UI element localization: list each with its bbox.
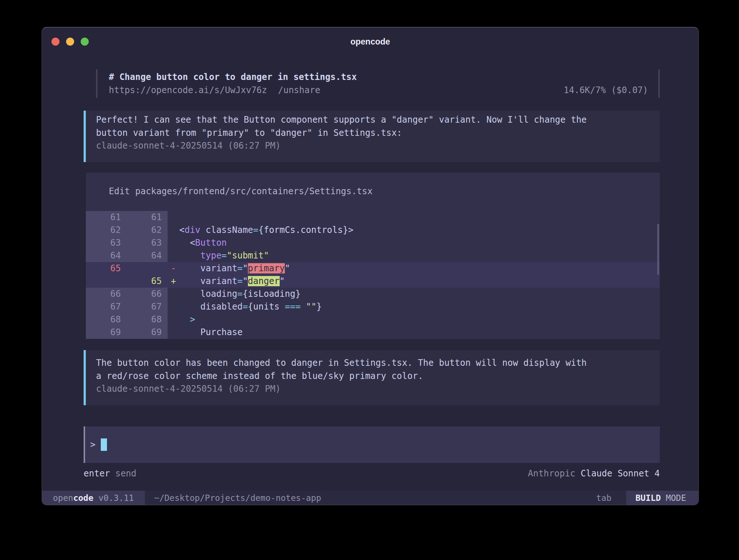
diff-row: 6161 <box>86 211 660 224</box>
line-number-old: 63 <box>86 237 127 249</box>
code-token: primary <box>248 263 285 273</box>
code-token: {isLoading} <box>242 289 300 299</box>
diff-row: 6767 disabled={units === ""} <box>86 300 660 313</box>
code-token: < <box>179 225 184 235</box>
code-token <box>179 314 190 325</box>
share-url[interactable]: https://opencode.ai/s/UwJxv76z <box>109 84 267 97</box>
diff-marker <box>168 249 179 262</box>
code-line: > <box>179 313 660 326</box>
prompt-symbol: > <box>90 440 95 450</box>
code-token: "submit" <box>227 250 269 261</box>
diff-marker <box>168 237 179 249</box>
line-number-old: 61 <box>86 211 127 224</box>
tab-key-hint: tab <box>596 493 612 503</box>
code-token: } <box>317 302 322 312</box>
diff-file-title: Edit packages/frontend/src/containers/Se… <box>86 173 660 198</box>
diff-card: Edit packages/frontend/src/containers/Se… <box>84 173 660 339</box>
code-token: danger <box>248 276 280 286</box>
mode-regular: MODE <box>666 493 686 503</box>
diff-marker <box>168 211 179 224</box>
model-indicator: Anthropic Claude Sonnet 4 <box>528 467 660 480</box>
diff-row: 6363 <Button <box>86 237 660 249</box>
code-token <box>179 302 200 312</box>
message-line: The button color has been changed to dan… <box>96 357 650 370</box>
enter-action-label: send <box>115 468 137 479</box>
code-token: {units <box>248 302 285 312</box>
code-line: variant="primary" <box>179 262 660 275</box>
diff-rows: 61616262<div className={formCs.controls}… <box>86 211 660 339</box>
code-token: > <box>190 314 195 325</box>
diff-marker: - <box>168 262 179 275</box>
line-number-old: 62 <box>86 224 127 237</box>
code-token: variant <box>200 276 237 286</box>
message-line: Perfect! I can see that the Button compo… <box>96 114 650 127</box>
diff-marker <box>168 326 179 339</box>
code-token: < <box>179 238 195 248</box>
working-directory: ~/Desktop/Projects/demo-notes-app <box>154 493 321 503</box>
diff-marker <box>168 288 179 300</box>
diff-row: 6262<div className={formCs.controls}> <box>86 224 660 237</box>
line-number-new <box>127 262 168 275</box>
mode-toggle[interactable]: BUILD MODE <box>626 491 699 505</box>
app-version-chip: opencode v0.3.11 <box>42 491 145 505</box>
assistant-message: Perfect! I can see that the Button compo… <box>84 111 660 162</box>
line-number-gutter: 6666 <box>86 288 168 300</box>
message-meta: claude-sonnet-4-20250514 (06:27 PM) <box>96 139 650 153</box>
unshare-command[interactable]: /unshare <box>278 84 320 97</box>
line-number-old: 69 <box>86 326 127 339</box>
code-token: = <box>242 302 248 312</box>
code-token: " <box>242 276 248 286</box>
mode-bold: BUILD <box>636 493 661 503</box>
code-token <box>179 250 200 261</box>
line-number-gutter: 6464 <box>86 249 168 262</box>
screen: opencode # Change button color to danger… <box>0 0 739 560</box>
line-number-gutter: 6868 <box>86 313 168 326</box>
code-line: loading={isLoading} <box>179 288 660 300</box>
diff-row: 65- variant="primary" <box>86 262 660 275</box>
line-number-new: 63 <box>127 237 168 249</box>
assistant-message: The button color has been changed to dan… <box>84 350 660 405</box>
session-header: # Change button color to danger in setti… <box>96 69 660 98</box>
code-token: " <box>300 302 311 312</box>
code-token: variant <box>200 263 237 273</box>
diff-row: 6868 > <box>86 313 660 326</box>
code-line: Purchase <box>179 326 660 339</box>
line-number-new: 67 <box>127 300 168 313</box>
prompt-input[interactable]: > <box>84 426 660 463</box>
titlebar: opencode <box>42 27 698 53</box>
code-token: " <box>311 302 316 312</box>
window-title: opencode <box>42 37 698 47</box>
diff-marker <box>168 313 179 326</box>
code-line: <div className={formCs.controls}> <box>179 224 660 237</box>
code-line: <Button <box>179 237 660 249</box>
diff-scrollbar[interactable] <box>657 224 659 275</box>
diff-row: 6666 loading={isLoading} <box>86 288 660 300</box>
line-number-new: 65 <box>127 275 168 288</box>
code-token: > <box>348 225 353 235</box>
line-number-new: 68 <box>127 313 168 326</box>
line-number-gutter: 6363 <box>86 237 168 249</box>
provider-label: Anthropic <box>528 468 575 479</box>
code-token: = <box>237 263 242 273</box>
code-token <box>179 289 200 299</box>
line-number-gutter: 6767 <box>86 300 168 313</box>
code-line: variant="danger" <box>179 275 660 288</box>
line-number-new: 69 <box>127 326 168 339</box>
line-number-gutter: 6969 <box>86 326 168 339</box>
line-number-new: 64 <box>127 249 168 262</box>
message-line: button variant from "primary" to "danger… <box>96 127 650 140</box>
line-number-old: 67 <box>86 300 127 313</box>
code-token: = <box>222 250 227 261</box>
line-number-gutter: 65 <box>86 275 168 288</box>
code-token: disabled <box>200 302 243 312</box>
code-token <box>179 276 200 286</box>
diff-row: 6464 type="submit" <box>86 249 660 262</box>
code-token: === <box>285 302 300 312</box>
hint-row: enter send Anthropic Claude Sonnet 4 <box>84 467 660 480</box>
code-token: = <box>237 276 242 286</box>
diff-marker <box>168 224 179 237</box>
line-number-old: 68 <box>86 313 127 326</box>
code-token: " <box>285 263 290 273</box>
code-token: div <box>184 225 200 235</box>
code-token: type <box>200 250 222 261</box>
